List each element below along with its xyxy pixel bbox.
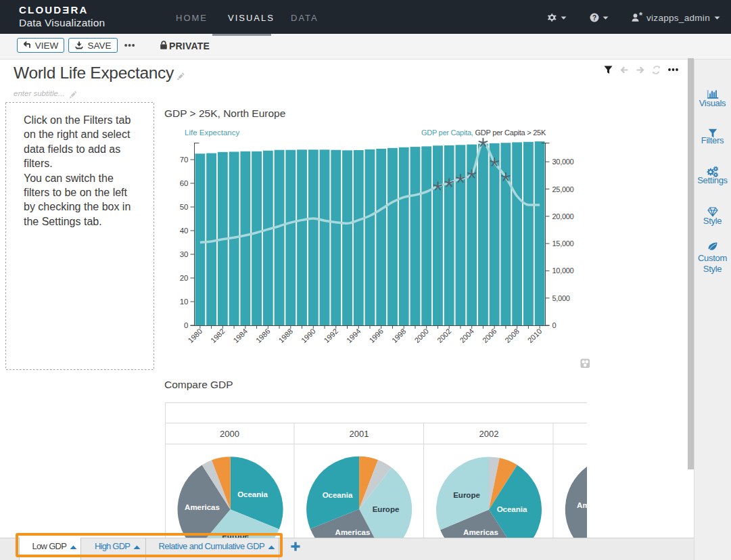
svg-text:2002: 2002 xyxy=(435,327,453,344)
svg-text:20: 20 xyxy=(180,274,189,282)
svg-text:70: 70 xyxy=(180,156,189,164)
svg-text:Americas: Americas xyxy=(335,528,371,536)
svg-text:25,000: 25,000 xyxy=(552,185,574,193)
svg-text:Oceania: Oceania xyxy=(237,490,268,498)
svg-text:2000: 2000 xyxy=(412,327,430,344)
svg-text:5,000: 5,000 xyxy=(552,294,570,302)
svg-text:2010: 2010 xyxy=(526,327,544,344)
svg-text:Life Expectancy: Life Expectancy xyxy=(185,129,239,137)
svg-text:Americas: Americas xyxy=(463,528,498,536)
svg-text:30,000: 30,000 xyxy=(552,158,574,166)
svg-text:50: 50 xyxy=(180,203,189,211)
svg-text:1996: 1996 xyxy=(367,327,385,344)
svg-text:1988: 1988 xyxy=(277,327,294,344)
svg-text:1994: 1994 xyxy=(345,327,362,344)
svg-text:40: 40 xyxy=(180,227,189,235)
svg-text:2006: 2006 xyxy=(481,327,498,344)
svg-text:Europe: Europe xyxy=(373,505,400,513)
svg-text:1998: 1998 xyxy=(390,327,408,344)
svg-text:1982: 1982 xyxy=(209,327,227,344)
svg-text:Oceania: Oceania xyxy=(323,491,353,499)
svg-text:60: 60 xyxy=(180,179,189,187)
svg-text:1980: 1980 xyxy=(187,327,204,344)
svg-text:30: 30 xyxy=(180,250,189,258)
svg-text:Compare GDP: Compare GDP xyxy=(164,379,233,390)
svg-text:1984: 1984 xyxy=(231,327,249,344)
svg-text:0: 0 xyxy=(552,321,557,329)
svg-text:Americas: Americas xyxy=(185,503,220,511)
svg-text:2008: 2008 xyxy=(503,327,521,344)
svg-text:10: 10 xyxy=(180,298,189,306)
svg-text:0: 0 xyxy=(184,321,188,329)
svg-text:2002: 2002 xyxy=(479,429,499,439)
svg-text:GDP per Capita, GDP per Capita: GDP per Capita, GDP per Capita > 25K xyxy=(421,129,546,137)
svg-text:Oceania: Oceania xyxy=(497,505,527,513)
svg-text:1992: 1992 xyxy=(322,327,339,344)
svg-text:1990: 1990 xyxy=(300,327,317,344)
svg-text:10,000: 10,000 xyxy=(552,266,574,275)
svg-text:1986: 1986 xyxy=(254,327,272,344)
svg-text:?: ? xyxy=(592,14,596,22)
svg-text:2000: 2000 xyxy=(220,429,239,439)
svg-text:20,000: 20,000 xyxy=(552,212,574,220)
svg-text:Americas: Americas xyxy=(577,501,587,509)
svg-text:Europe: Europe xyxy=(453,491,480,499)
svg-text:2004: 2004 xyxy=(458,327,475,344)
svg-text:GDP > 25K, North Europe: GDP > 25K, North Europe xyxy=(164,108,285,119)
svg-text:15,000: 15,000 xyxy=(552,239,574,248)
svg-text:2001: 2001 xyxy=(350,429,369,439)
